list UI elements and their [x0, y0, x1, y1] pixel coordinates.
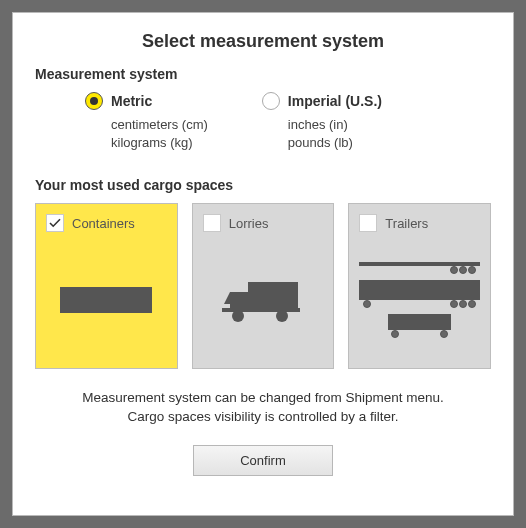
check-icon	[49, 217, 61, 229]
measurement-radio-group: Metric centimeters (cm) kilograms (kg) I…	[85, 92, 491, 151]
svg-point-4	[276, 310, 288, 322]
hint-line1: Measurement system can be changed from S…	[82, 390, 444, 405]
svg-rect-2	[222, 308, 300, 312]
trailers-label: Trailers	[385, 216, 428, 231]
cargo-section-label: Your most used cargo spaces	[35, 177, 491, 193]
containers-checkbox[interactable]	[46, 214, 64, 232]
lorries-checkbox[interactable]	[203, 214, 221, 232]
cargo-card-containers[interactable]: Containers	[35, 203, 178, 369]
svg-rect-0	[248, 282, 298, 310]
metric-label: Metric	[111, 93, 152, 109]
svg-rect-1	[230, 292, 248, 310]
imperial-label: Imperial (U.S.)	[288, 93, 382, 109]
metric-option[interactable]: Metric centimeters (cm) kilograms (kg)	[85, 92, 208, 151]
imperial-option[interactable]: Imperial (U.S.) inches (in) pounds (lb)	[262, 92, 382, 151]
trailer-icon	[359, 262, 480, 338]
cargo-card-trailers[interactable]: Trailers	[348, 203, 491, 369]
imperial-radio[interactable]	[262, 92, 280, 110]
modal-title: Select measurement system	[35, 31, 491, 52]
measurement-section-label: Measurement system	[35, 66, 491, 82]
cargo-cards: Containers Lorries	[35, 203, 491, 369]
measurement-system-modal: Select measurement system Measurement sy…	[12, 12, 514, 516]
lorries-label: Lorries	[229, 216, 269, 231]
metric-sub2: kilograms (kg)	[111, 134, 208, 152]
container-icon	[60, 287, 152, 313]
metric-radio[interactable]	[85, 92, 103, 110]
trailers-checkbox[interactable]	[359, 214, 377, 232]
hint-text: Measurement system can be changed from S…	[35, 389, 491, 427]
svg-point-3	[232, 310, 244, 322]
imperial-sub1: inches (in)	[288, 116, 382, 134]
confirm-button[interactable]: Confirm	[193, 445, 333, 476]
cargo-card-lorries[interactable]: Lorries	[192, 203, 335, 369]
imperial-sub2: pounds (lb)	[288, 134, 382, 152]
containers-label: Containers	[72, 216, 135, 231]
lorry-icon	[222, 276, 304, 324]
hint-line2: Cargo spaces visibility is controlled by…	[128, 409, 399, 424]
metric-sub1: centimeters (cm)	[111, 116, 208, 134]
